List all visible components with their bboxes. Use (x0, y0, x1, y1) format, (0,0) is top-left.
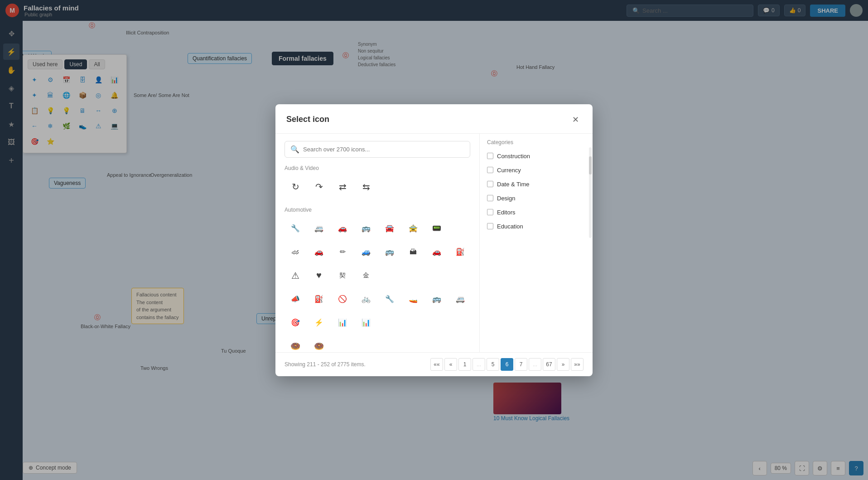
automotive-icons-row2: 🏎 🚗 ✏ 🚙 🚌 🏔 🚗 ⛽ (285, 241, 470, 263)
automotive-icons-row1: 🔧 🚐 🚗 🚌 🚘 🚖 📟 (285, 218, 470, 239)
page-ellipsis-1: ... (473, 358, 485, 371)
modal-body: 🔍 Audio & Video ↻ ↷ ⇄ ⇆ Automotive (275, 134, 593, 352)
icon-item[interactable]: ⚡ (308, 312, 330, 334)
category-design[interactable]: Design (480, 191, 593, 205)
categories-header: Categories (480, 134, 593, 149)
category-checkbox[interactable] (487, 209, 493, 215)
search-icon: 🔍 (290, 145, 299, 154)
categories-scrollbar-track (589, 147, 592, 238)
modal-title: Select icon (286, 115, 329, 124)
icon-item[interactable]: ♥ (308, 265, 330, 286)
icon-item[interactable]: ⚠ (285, 265, 306, 286)
pagination-controls: «« « 1 ... 5 6 7 ... 67 » »» (430, 358, 583, 371)
pagination-showing-text: Showing 211 - 252 of 2775 items. (285, 361, 366, 368)
category-label: Construction (497, 153, 530, 160)
automotive-icons-row5: 🎯 ⚡ 📊 📊 (285, 312, 470, 334)
page-btn-67[interactable]: 67 (543, 358, 555, 371)
category-checkbox[interactable] (487, 153, 493, 159)
modal-overlay[interactable]: Select icon ✕ 🔍 Audio & Video ↻ ↷ ⇄ ⇆ (0, 0, 868, 480)
automotive-icons-row6: 🍩 🍩 (285, 335, 470, 352)
icon-item[interactable]: 📊 (355, 312, 377, 334)
categories-scrollbar-thumb[interactable] (589, 156, 592, 175)
icon-item[interactable]: 🚗 (426, 241, 448, 263)
icon-item[interactable]: ↻ (285, 176, 306, 198)
modal-left-panel: 🔍 Audio & Video ↻ ↷ ⇄ ⇆ Automotive (275, 134, 479, 352)
audio-video-title: Audio & Video (285, 165, 470, 171)
icon-item[interactable]: 🎯 (285, 312, 306, 334)
icon-item[interactable]: 🔧 (285, 218, 306, 239)
icon-item[interactable]: 📟 (426, 218, 448, 239)
icon-search-bar[interactable]: 🔍 (285, 141, 470, 158)
category-currency[interactable]: Currency (480, 163, 593, 177)
icon-item[interactable]: 🚘 (379, 218, 400, 239)
page-next-btn[interactable]: » (557, 358, 569, 371)
icon-item[interactable]: ⇄ (332, 176, 353, 198)
icon-item[interactable]: 📣 (285, 288, 306, 310)
icon-item[interactable]: 🚗 (332, 218, 353, 239)
icon-item[interactable]: 🚖 (402, 218, 424, 239)
category-education[interactable]: Education (480, 219, 593, 233)
page-btn-6[interactable]: 6 (501, 358, 513, 371)
icon-item[interactable]: 金 (355, 265, 377, 286)
category-checkbox[interactable] (487, 167, 493, 173)
modal-close-button[interactable]: ✕ (569, 113, 582, 126)
icon-item[interactable]: ↷ (308, 176, 330, 198)
category-label: Currency (497, 167, 521, 174)
icon-item[interactable]: 🍩 (285, 335, 306, 352)
icon-item[interactable]: 🍩 (308, 335, 330, 352)
icon-item[interactable]: ⛽ (449, 241, 471, 263)
category-checkbox[interactable] (487, 195, 493, 201)
page-ellipsis-2: ... (529, 358, 541, 371)
page-first-btn[interactable]: «« (430, 358, 443, 371)
icon-item[interactable]: 🚌 (379, 241, 400, 263)
icon-item[interactable]: 🚐 (449, 288, 471, 310)
icon-item[interactable]: ⇆ (355, 176, 377, 198)
automotive-icons-row3: ⚠ ♥ 契 金 (285, 265, 470, 286)
page-btn-7[interactable]: 7 (515, 358, 527, 371)
icon-item[interactable]: 🏎 (285, 241, 306, 263)
page-prev-btn[interactable]: « (444, 358, 457, 371)
icon-item[interactable]: 🏔 (402, 241, 424, 263)
automotive-section: Automotive 🔧 🚐 🚗 🚌 🚘 🚖 📟 🏎 🚗 ✏ (285, 207, 470, 352)
icon-item[interactable]: ✏ (332, 241, 353, 263)
category-checkbox[interactable] (487, 181, 493, 187)
page-last-btn[interactable]: »» (571, 358, 583, 371)
automotive-icons-row4: 📣 ⛽ 🚫 🚲 🔧 🚤 🚌 🚐 (285, 288, 470, 310)
icon-item[interactable]: 🚙 (355, 241, 377, 263)
icon-item[interactable]: 🚐 (308, 218, 330, 239)
icon-item[interactable]: 🔧 (379, 288, 400, 310)
modal-footer: Showing 211 - 252 of 2775 items. «« « 1 … (275, 352, 593, 376)
category-label: Date & Time (497, 181, 530, 188)
icon-item[interactable]: 🚫 (332, 288, 353, 310)
audio-video-icons: ↻ ↷ ⇄ ⇆ (285, 176, 470, 198)
category-label: Education (497, 223, 523, 230)
select-icon-modal: Select icon ✕ 🔍 Audio & Video ↻ ↷ ⇄ ⇆ (275, 104, 593, 376)
automotive-title: Automotive (285, 207, 470, 213)
icon-item[interactable]: 🚌 (426, 288, 448, 310)
icon-item[interactable]: 🚲 (355, 288, 377, 310)
category-date-time[interactable]: Date & Time (480, 177, 593, 191)
page-btn-1[interactable]: 1 (458, 358, 471, 371)
icon-item[interactable]: ⛽ (308, 288, 330, 310)
icon-item[interactable]: 📊 (332, 312, 353, 334)
icon-item[interactable]: 🚗 (308, 241, 330, 263)
page-btn-5[interactable]: 5 (487, 358, 499, 371)
icon-item[interactable]: 契 (332, 265, 353, 286)
icon-search-input[interactable] (303, 146, 464, 153)
modal-right-panel: Categories Construction Currency Date & … (479, 134, 593, 352)
category-label: Editors (497, 209, 515, 216)
category-editors[interactable]: Editors (480, 205, 593, 219)
category-construction[interactable]: Construction (480, 149, 593, 163)
category-label: Design (497, 195, 515, 202)
audio-video-section: Audio & Video ↻ ↷ ⇄ ⇆ (285, 165, 470, 198)
categories-panel: Categories Construction Currency Date & … (480, 134, 593, 233)
modal-header: Select icon ✕ (275, 104, 593, 134)
category-checkbox[interactable] (487, 223, 493, 229)
icon-item[interactable]: 🚤 (402, 288, 424, 310)
icon-item[interactable]: 🚌 (355, 218, 377, 239)
